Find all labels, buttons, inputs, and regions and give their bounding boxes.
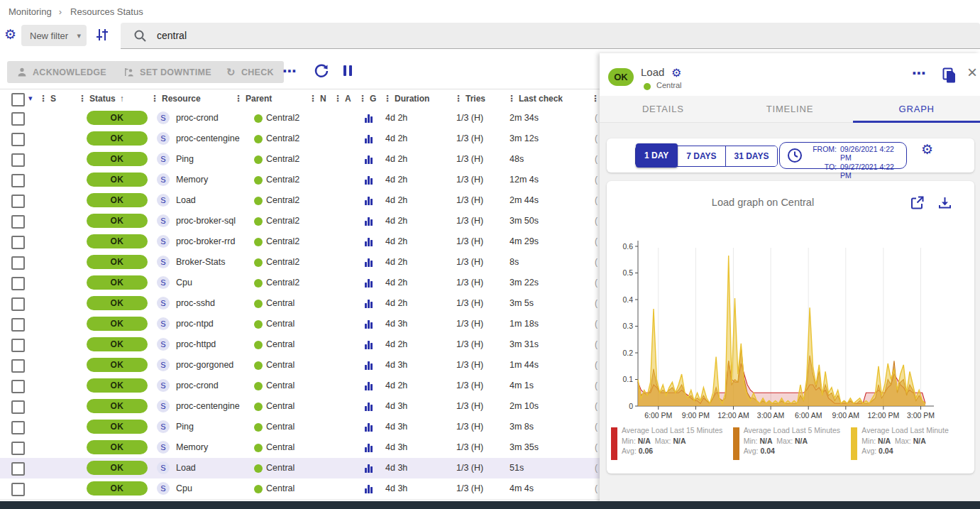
row-checkbox[interactable] (11, 462, 25, 476)
resource-name[interactable]: Cpu (176, 483, 192, 493)
tab-details[interactable]: DETAILS (600, 96, 727, 122)
column-drag-icon[interactable]: ⋮ (150, 94, 159, 104)
parent-name[interactable]: Central (266, 442, 294, 452)
resource-name[interactable]: Memory (176, 442, 208, 452)
row-checkbox[interactable] (11, 153, 25, 167)
more-actions-button[interactable]: ⋯ (282, 62, 297, 80)
search-input[interactable]: central (121, 23, 980, 49)
resource-name[interactable]: proc-sshd (176, 298, 215, 308)
resource-name[interactable]: Memory (176, 175, 208, 185)
column-drag-icon[interactable]: ⋮ (454, 94, 463, 104)
table-row[interactable]: OKSproc-broker-rrdCentral24d 2h1/3 (H)4m… (0, 231, 600, 253)
resource-settings-gear-icon[interactable]: ⚙ (667, 65, 686, 80)
row-checkbox[interactable] (11, 195, 25, 208)
row-checkbox[interactable] (11, 421, 25, 434)
resource-name[interactable]: Broker-Stats (176, 257, 225, 267)
resource-name[interactable]: proc-crond (176, 381, 219, 390)
parent-name[interactable]: Central (266, 422, 294, 432)
column-header-last-check[interactable]: ⋮Last check (507, 94, 563, 104)
acknowledge-button[interactable]: ACKNOWLEDGE (7, 61, 116, 83)
legend-item[interactable]: Average Load Last 15 MinutesMin: N/A Max… (611, 426, 727, 460)
tune-filter-icon[interactable] (95, 28, 109, 42)
table-row[interactable]: OKSMemoryCentral24d 2h1/3 (H)12m 4s( (0, 170, 600, 191)
row-checkbox[interactable] (11, 277, 25, 290)
breadcrumb-item[interactable]: Monitoring (9, 6, 52, 17)
parent-name[interactable]: Central2 (266, 175, 299, 185)
parent-name[interactable]: Central (266, 401, 294, 411)
resource-name[interactable]: proc-ntpd (176, 319, 214, 329)
parent-name[interactable]: Central2 (266, 133, 299, 143)
table-row[interactable]: OKSproc-broker-sqlCentral24d 2h1/3 (H)3m… (0, 211, 600, 232)
set-downtime-button[interactable]: SET DOWNTIME (114, 61, 221, 83)
resource-name[interactable]: proc-centengine (176, 133, 240, 143)
row-checkbox[interactable] (11, 112, 25, 126)
graph-bars-icon[interactable] (365, 484, 375, 493)
legend-item[interactable]: Average Load Last MinuteMin: N/A Max: N/… (851, 426, 964, 460)
refresh-icon[interactable] (314, 63, 329, 79)
row-checkbox[interactable] (11, 339, 25, 352)
parent-name[interactable]: Central2 (266, 257, 299, 267)
range-button-7-days[interactable]: 7 DAYS (678, 146, 725, 166)
column-header-duration[interactable]: ⋮Duration (383, 94, 429, 104)
row-checkbox[interactable] (11, 256, 25, 270)
column-drag-icon[interactable]: ⋮ (591, 94, 600, 104)
table-row[interactable]: OKSproc-centengineCentral4d 3h1/3 (H)2m … (0, 396, 600, 417)
table-row[interactable]: OKSCpuCentral24d 2h1/3 (H)3m 22s( (0, 273, 600, 294)
graph-bars-icon[interactable] (365, 237, 375, 246)
row-checkbox[interactable] (11, 400, 25, 414)
parent-name[interactable]: Central (266, 381, 294, 390)
parent-name[interactable]: Central2 (266, 154, 299, 164)
column-drag-icon[interactable]: ⋮ (383, 94, 392, 104)
parent-name[interactable]: Central (266, 319, 294, 329)
row-checkbox[interactable] (11, 174, 25, 187)
panel-more-button[interactable]: ⋯ (912, 65, 927, 82)
row-checkbox[interactable] (11, 297, 25, 311)
column-header-a[interactable]: ⋮A (334, 94, 351, 104)
row-checkbox[interactable] (11, 215, 25, 229)
column-drag-icon[interactable]: ⋮ (39, 94, 48, 104)
parent-name[interactable]: Central (266, 339, 294, 349)
copy-link-icon[interactable] (942, 67, 957, 83)
row-checkbox[interactable] (11, 380, 25, 393)
resource-name[interactable]: proc-httpd (176, 339, 216, 349)
table-row[interactable]: OKSproc-httpdCentral4d 2h1/3 (H)3m 31s( (0, 334, 600, 356)
close-icon[interactable]: × (963, 62, 980, 83)
graph-bars-icon[interactable] (365, 155, 375, 164)
table-row[interactable]: OKSPingCentral4d 3h1/3 (H)3m 8s( (0, 417, 600, 438)
graph-bars-icon[interactable] (365, 196, 375, 205)
graph-bars-icon[interactable] (365, 258, 375, 267)
column-header-parent[interactable]: ⋮Parent (234, 94, 272, 104)
table-row[interactable]: OKSCpuCentral4d 3h1/3 (H)4m 4s( (0, 478, 600, 500)
graph-bars-icon[interactable] (365, 381, 375, 390)
table-row[interactable]: OKSMemoryCentral4d 3h1/3 (H)3m 35s( (0, 437, 600, 459)
graph-bars-icon[interactable] (365, 134, 375, 143)
column-header-resource[interactable]: ⋮Resource (150, 94, 201, 104)
table-row[interactable]: OKSproc-crondCentral24d 2h1/3 (H)2m 34s( (0, 108, 600, 129)
range-button-31-days[interactable]: 31 DAYS (726, 146, 778, 166)
resource-name[interactable]: Ping (176, 154, 194, 164)
graph-bars-icon[interactable] (365, 361, 375, 370)
parent-name[interactable]: Central2 (266, 113, 299, 123)
graph-bars-icon[interactable] (365, 402, 375, 411)
sort-asc-icon[interactable]: ↑ (120, 94, 124, 104)
graph-bars-icon[interactable] (365, 278, 375, 288)
graph-bars-icon[interactable] (365, 299, 375, 308)
parent-name[interactable]: Central2 (266, 278, 299, 288)
graph-bars-icon[interactable] (365, 319, 375, 329)
table-row[interactable]: OKSproc-centengineCentral24d 2h1/3 (H)3m… (0, 128, 600, 150)
row-checkbox[interactable] (11, 318, 25, 332)
column-header-s[interactable]: ⋮S (39, 94, 56, 104)
column-drag-icon[interactable]: ⋮ (78, 94, 87, 104)
table-row[interactable]: OKSBroker-StatsCentral24d 2h1/3 (H)8s( (0, 252, 600, 273)
range-button-1-day[interactable]: 1 DAY (636, 143, 678, 168)
table-row[interactable]: OKSLoadCentral4d 3h1/3 (H)51s( (0, 458, 600, 479)
tab-graph[interactable]: GRAPH (853, 96, 980, 122)
resource-name[interactable]: Load (176, 463, 196, 473)
breadcrumb-item[interactable]: Resources Status (70, 6, 143, 17)
column-header-g[interactable]: ⋮G (358, 94, 376, 104)
table-row[interactable]: OKSPingCentral24d 2h1/3 (H)48s( (0, 149, 600, 170)
graph-settings-gear-icon[interactable]: ⚙ (917, 141, 937, 158)
table-row[interactable]: OKSLoadCentral24d 2h1/3 (H)2m 44s( (0, 190, 600, 212)
resource-name[interactable]: proc-gorgoned (176, 360, 233, 370)
column-drag-icon[interactable]: ⋮ (309, 94, 317, 104)
